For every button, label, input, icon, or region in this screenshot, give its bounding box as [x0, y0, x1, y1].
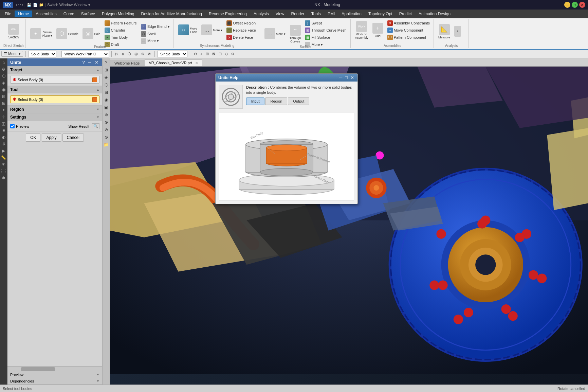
horizontal-scrollbar[interactable]	[7, 366, 102, 372]
sec-icon-10[interactable]: ⊘	[103, 126, 110, 133]
assembly-constraints-btn[interactable]: ⊞ Assembly Constraints	[386, 20, 431, 26]
menu-additive[interactable]: Design for Additive Manufacturing	[138, 11, 205, 17]
settings-section-header[interactable]: Settings ▼	[7, 113, 102, 121]
menu-topology[interactable]: Topology Opt	[365, 11, 396, 17]
toolpath-icon[interactable]: ⤋	[0, 141, 7, 147]
select-btn-6[interactable]: ⊗	[146, 51, 152, 57]
material-icon[interactable]: ■	[0, 127, 7, 134]
select-btn-3[interactable]: ⬡	[126, 51, 132, 57]
select-btn-1[interactable]: ▷	[114, 51, 120, 57]
help-tab-region[interactable]: Region	[265, 97, 287, 105]
pattern-side-icon[interactable]: ⋮⋮	[0, 168, 7, 175]
snap-btn-2[interactable]: +	[199, 51, 204, 57]
menu-home[interactable]: Home	[15, 11, 32, 17]
target-section-header[interactable]: Target ▲	[7, 66, 102, 74]
view-icon[interactable]: ◫	[0, 120, 7, 127]
help-dialog-restore-btn[interactable]: □	[344, 75, 348, 80]
pattern-feature-btn[interactable]: ⋮⋮ Pattern Feature	[103, 20, 139, 26]
solid-body-select[interactable]: Solid Body	[28, 51, 56, 57]
settings-icon[interactable]: ⚙	[0, 66, 7, 73]
snap-btn-1[interactable]: ⊙	[192, 51, 198, 57]
select-btn-2[interactable]: ◈	[120, 51, 126, 57]
surface-more-btn[interactable]: … More ▾	[263, 27, 287, 41]
sec-icon-1[interactable]: ?	[103, 59, 110, 66]
tool-select-body-btn[interactable]: ✱ Select Body (0)	[10, 95, 99, 103]
add-assembly-btn[interactable]: + Add	[371, 21, 385, 39]
preview-checkbox[interactable]	[10, 124, 15, 128]
move-component-btn[interactable]: ↔ Move Component	[386, 27, 431, 34]
show-result-btn[interactable]: 🔍	[92, 123, 99, 129]
dependencies-header[interactable]: Dependencies ▼	[7, 378, 102, 384]
feature-icon[interactable]: ✦	[0, 107, 7, 113]
layers-icon[interactable]: ⬡	[0, 73, 7, 79]
chamfer-btn[interactable]: ◺ Chamfer	[103, 27, 139, 34]
cancel-btn[interactable]: Cancel	[62, 133, 84, 142]
window-menu-btn[interactable]: Window ▾	[74, 3, 90, 7]
menu-polygon[interactable]: Polygon Modeling	[98, 11, 137, 17]
measure-side-icon[interactable]: 📏	[0, 154, 7, 161]
sec-icon-11[interactable]: ⊙	[103, 134, 110, 141]
single-body-select[interactable]: Single Body	[157, 51, 187, 57]
extrude-btn[interactable]: ⬡ Extrude	[55, 27, 80, 41]
snap-btn-6[interactable]: ◇	[224, 51, 229, 57]
menu-view[interactable]: View	[272, 11, 288, 17]
snap-btn-5[interactable]: ⊡	[217, 51, 223, 57]
menu-assemblies[interactable]: Assemblies	[32, 11, 60, 17]
menu-curve[interactable]: Curve	[60, 11, 78, 17]
redo-btn[interactable]: ↪	[20, 3, 23, 7]
bodies-icon[interactable]: ◈	[0, 79, 7, 86]
sec-icon-8[interactable]: ⊕	[103, 111, 110, 118]
open-btn[interactable]: 📁	[39, 3, 44, 7]
sync-more-btn[interactable]: … More ▾	[200, 23, 224, 37]
swept-btn[interactable]: ⤸ Swept	[303, 20, 348, 26]
menu-reverse[interactable]: Reverse Engineering	[205, 11, 250, 17]
target-select-body-btn[interactable]: ✱ Select Body (0)	[10, 76, 99, 84]
sec-icon-2[interactable]: ⊞	[103, 67, 110, 73]
panel-min-btn[interactable]: ─	[87, 60, 92, 65]
sec-icon-7[interactable]: ▣	[103, 104, 110, 111]
tab-model[interactable]: VR_Chassis_DemoVR.prt ✕	[144, 59, 202, 66]
edge-blend-btn[interactable]: ◜ Edge Blend ▾	[139, 23, 171, 30]
sec-icon-3[interactable]: ◈	[103, 74, 110, 81]
viewport[interactable]: Unite Help ─ □ ✕	[110, 67, 588, 385]
analysis-more-btn[interactable]: ▾	[453, 24, 466, 39]
sec-icon-12[interactable]: 📁	[103, 141, 110, 148]
menu-pmi[interactable]: PMI	[324, 11, 338, 17]
nav-icon[interactable]: ⊞	[0, 100, 7, 107]
menu-render[interactable]: Render	[288, 11, 308, 17]
select-btn-5[interactable]: ⊕	[140, 51, 146, 57]
menu-predict[interactable]: Predict	[396, 11, 415, 17]
sketch-btn[interactable]: ✏ Sketch	[6, 22, 21, 40]
ok-btn[interactable]: OK	[26, 133, 40, 142]
misc-icon[interactable]: ✱	[0, 175, 7, 181]
menu-application[interactable]: Application	[338, 11, 365, 17]
hole-btn[interactable]: ◎ Hole	[81, 27, 102, 41]
draft-btn[interactable]: ⬠ Draft	[103, 41, 139, 48]
menu-analysis[interactable]: Analysis	[250, 11, 272, 17]
preview-bottom-header[interactable]: Preview ▼	[7, 372, 102, 378]
panel-help-btn[interactable]: ?	[81, 60, 86, 65]
menu-surface[interactable]: Surface	[78, 11, 98, 17]
maximize-btn[interactable]: □	[572, 2, 578, 8]
scroll-thumb[interactable]	[21, 367, 55, 371]
apply-btn[interactable]: Apply	[42, 133, 61, 142]
shell-btn[interactable]: ⬡ Shell	[139, 31, 171, 37]
measure-btn[interactable]: 📐 Measure	[437, 23, 452, 40]
color-icon[interactable]: ◐	[0, 134, 7, 141]
panel-close-btn[interactable]: ✕	[94, 60, 99, 65]
delete-face-btn[interactable]: ✕ Delete Face	[225, 34, 258, 41]
menu-animation[interactable]: Animation Design	[415, 11, 454, 17]
menu-file[interactable]: File	[1, 11, 15, 17]
help-dialog-close-btn[interactable]: ✕	[350, 75, 355, 80]
move-face-btn[interactable]: ↔ MoveFace	[177, 23, 199, 37]
undo-btn[interactable]: ↩	[16, 3, 19, 7]
home-icon[interactable]: ⌂	[0, 59, 7, 66]
work-on-assembly-btn[interactable]: Work Work onAssembly	[353, 20, 370, 41]
datum-plane-btn[interactable]: ◈ DatumPlane ▾	[29, 27, 54, 41]
minimize-btn[interactable]: ─	[564, 2, 570, 8]
pattern-component-btn[interactable]: ⋮⋮ Pattern Component	[386, 34, 431, 41]
constraint-icon[interactable]: ⊹	[0, 113, 7, 120]
sec-icon-5[interactable]: ⊟	[103, 89, 110, 96]
new-btn[interactable]: 📄	[33, 3, 38, 7]
region-section-header[interactable]: Region ▼	[7, 106, 102, 113]
